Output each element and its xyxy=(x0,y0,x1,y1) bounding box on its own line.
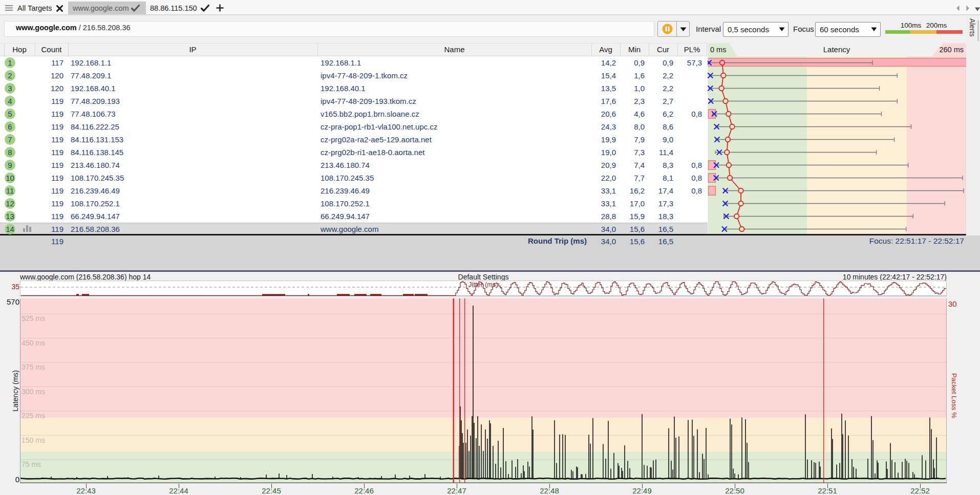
svg-text:225 ms: 225 ms xyxy=(22,412,45,420)
svg-text:75 ms: 75 ms xyxy=(22,460,41,468)
svg-text:260 ms: 260 ms xyxy=(939,46,964,54)
svg-text:150 ms: 150 ms xyxy=(22,436,45,444)
svg-text:375 ms: 375 ms xyxy=(22,363,45,371)
svg-text:300 ms: 300 ms xyxy=(22,388,45,396)
svg-text:450 ms: 450 ms xyxy=(22,339,45,347)
svg-text:525 ms: 525 ms xyxy=(22,314,45,322)
svg-text:Latency: Latency xyxy=(823,45,850,54)
svg-text:0 ms: 0 ms xyxy=(710,46,726,54)
